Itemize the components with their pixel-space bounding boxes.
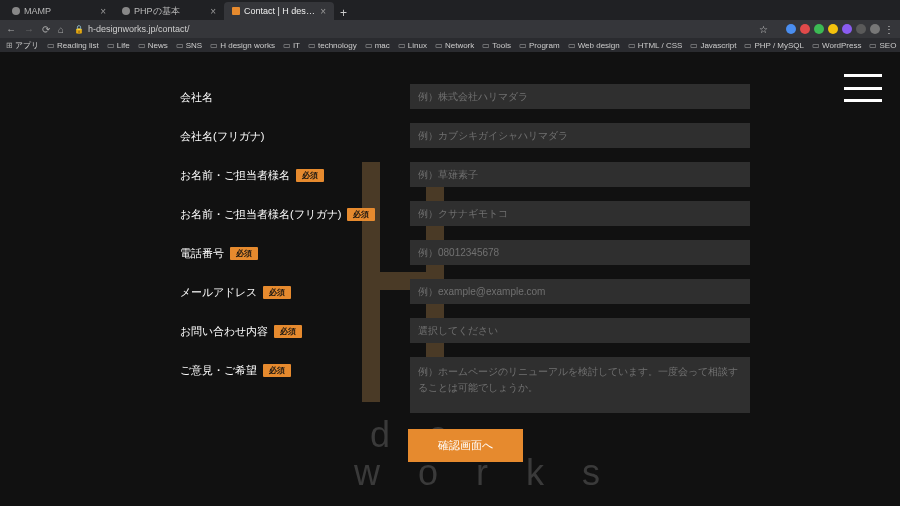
close-icon[interactable]: ×	[100, 6, 106, 17]
extension-icon[interactable]	[800, 24, 810, 34]
bookmark-folder[interactable]: ▭Network	[435, 41, 474, 50]
bookmark-folder[interactable]: ▭technology	[308, 41, 357, 50]
phone-input[interactable]	[410, 240, 750, 265]
bookmark-folder[interactable]: ▭H design works	[210, 41, 275, 50]
close-icon[interactable]: ×	[210, 6, 216, 17]
row-company-kana: 会社名(フリガナ)	[180, 123, 750, 148]
message-textarea[interactable]	[410, 357, 750, 413]
page-content: d e w o r k s 会社名 会社名(フリガナ) お名前・ご担当者様名 必…	[0, 52, 900, 506]
tab-php[interactable]: PHPの基本 ×	[114, 2, 224, 20]
row-name: お名前・ご担当者様名 必須	[180, 162, 750, 187]
bookmark-folder[interactable]: ▭PHP / MySQL	[744, 41, 804, 50]
company-kana-input[interactable]	[410, 123, 750, 148]
extension-icon[interactable]	[828, 24, 838, 34]
bookmark-folder[interactable]: ▭Life	[107, 41, 130, 50]
required-badge: 必須	[263, 286, 291, 299]
label-message: ご意見・ご希望	[180, 363, 257, 378]
submit-button[interactable]: 確認画面へ	[408, 429, 523, 462]
bookmark-folder[interactable]: ▭Program	[519, 41, 560, 50]
name-kana-input[interactable]	[410, 201, 750, 226]
avatar[interactable]	[870, 24, 880, 34]
tab-title: Contact | H designworks / アッ	[244, 5, 316, 18]
url-field[interactable]: 🔒 h-designworks.jp/contact/	[70, 24, 194, 34]
bookmark-folder[interactable]: ▭mac	[365, 41, 390, 50]
row-subject: お問い合わせ内容 必須	[180, 318, 750, 343]
home-button[interactable]: ⌂	[58, 24, 64, 35]
required-badge: 必須	[274, 325, 302, 338]
label-email: メールアドレス	[180, 285, 257, 300]
required-badge: 必須	[347, 208, 375, 221]
bookmark-folder[interactable]: ▭Linux	[398, 41, 427, 50]
row-name-kana: お名前・ご担当者様名(フリガナ) 必須	[180, 201, 750, 226]
tab-mamp[interactable]: MAMP ×	[4, 2, 114, 20]
tab-contact[interactable]: Contact | H designworks / アッ ×	[224, 2, 334, 20]
bookmark-folder[interactable]: ▭IT	[283, 41, 300, 50]
required-badge: 必須	[263, 364, 291, 377]
row-message: ご意見・ご希望 必須	[180, 357, 750, 415]
browser-chrome: MAMP × PHPの基本 × Contact | H designworks …	[0, 0, 900, 52]
bookmark-folder[interactable]: ▭HTML / CSS	[628, 41, 683, 50]
url-text: h-designworks.jp/contact/	[88, 24, 190, 34]
extension-icon[interactable]	[856, 24, 866, 34]
menu-icon[interactable]: ⋮	[884, 24, 894, 35]
label-company: 会社名	[180, 90, 213, 105]
lock-icon: 🔒	[74, 25, 84, 34]
forward-button[interactable]: →	[24, 24, 34, 35]
extension-icon[interactable]	[772, 24, 782, 34]
extension-icon[interactable]	[842, 24, 852, 34]
name-input[interactable]	[410, 162, 750, 187]
subject-select[interactable]	[410, 318, 750, 343]
favicon-icon	[232, 7, 240, 15]
email-input[interactable]	[410, 279, 750, 304]
favicon-icon	[122, 7, 130, 15]
bookmark-folder[interactable]: ▭Tools	[482, 41, 511, 50]
row-phone: 電話番号 必須	[180, 240, 750, 265]
label-phone: 電話番号	[180, 246, 224, 261]
tab-bar: MAMP × PHPの基本 × Contact | H designworks …	[0, 0, 900, 20]
tab-title: PHPの基本	[134, 5, 180, 18]
apps-button[interactable]: ⊞アプリ	[6, 40, 39, 51]
bookmark-folder[interactable]: ▭Reading list	[47, 41, 99, 50]
star-icon[interactable]: ☆	[759, 24, 768, 35]
reload-button[interactable]: ⟳	[42, 24, 50, 35]
label-name-kana: お名前・ご担当者様名(フリガナ)	[180, 207, 341, 222]
hamburger-menu[interactable]	[844, 74, 882, 102]
tab-title: MAMP	[24, 6, 51, 16]
required-badge: 必須	[296, 169, 324, 182]
bookmark-folder[interactable]: ▭SNS	[176, 41, 202, 50]
back-button[interactable]: ←	[6, 24, 16, 35]
bookmark-folder[interactable]: ▭Web design	[568, 41, 620, 50]
label-name: お名前・ご担当者様名	[180, 168, 290, 183]
label-subject: お問い合わせ内容	[180, 324, 268, 339]
bookmark-folder[interactable]: ▭News	[138, 41, 168, 50]
address-bar: ← → ⟳ ⌂ 🔒 h-designworks.jp/contact/ ☆ ⋮	[0, 20, 900, 38]
new-tab-button[interactable]: +	[334, 6, 353, 20]
favicon-icon	[12, 7, 20, 15]
label-company-kana: 会社名(フリガナ)	[180, 129, 264, 144]
company-input[interactable]	[410, 84, 750, 109]
bookmark-folder[interactable]: ▭WordPress	[812, 41, 861, 50]
row-company: 会社名	[180, 84, 750, 109]
row-email: メールアドレス 必須	[180, 279, 750, 304]
extension-icon[interactable]	[814, 24, 824, 34]
required-badge: 必須	[230, 247, 258, 260]
bookmark-folder[interactable]: ▭SEO	[869, 41, 896, 50]
bookmark-folder[interactable]: ▭Javascript	[690, 41, 736, 50]
bookmarks-bar: ⊞アプリ ▭Reading list ▭Life ▭News ▭SNS ▭H d…	[0, 38, 900, 52]
contact-form: 会社名 会社名(フリガナ) お名前・ご担当者様名 必須 お名前・ご担当者様名(フ…	[180, 84, 750, 462]
extension-icon[interactable]	[786, 24, 796, 34]
close-icon[interactable]: ×	[320, 6, 326, 17]
